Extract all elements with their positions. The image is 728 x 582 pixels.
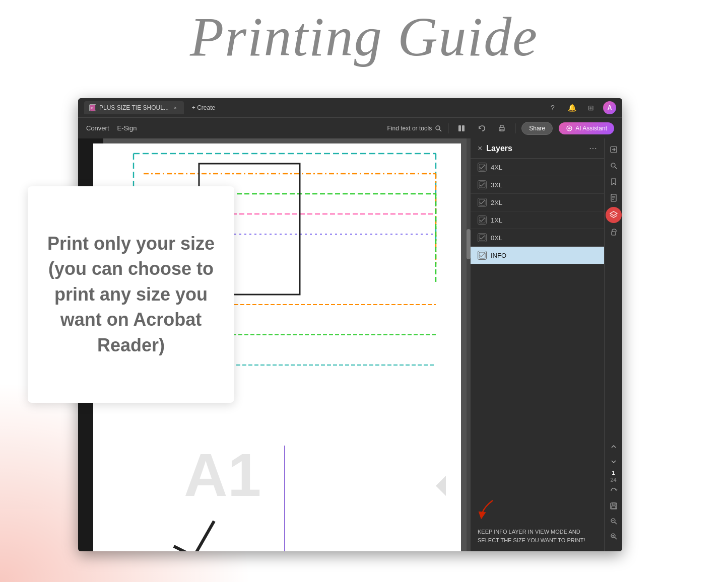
ai-assistant-button[interactable]: AI Assistant	[559, 122, 614, 134]
create-tab-button[interactable]: + Create	[188, 102, 219, 113]
layers-info-text: KEEP INFO LAYER IN VIEW MODE AND SELECT …	[471, 523, 604, 551]
lock-panel-icon[interactable]	[607, 225, 621, 239]
svg-line-32	[480, 185, 481, 186]
layer-item-1xl[interactable]: 1XL	[471, 211, 604, 229]
search-panel-icon[interactable]	[607, 159, 621, 173]
svg-marker-27	[436, 476, 446, 496]
layer-checkbox-info[interactable]	[478, 251, 487, 260]
toolbar-divider	[448, 123, 448, 133]
right-sidebar: 1 24	[604, 138, 622, 551]
layer-checkbox-0xl[interactable]	[478, 233, 487, 242]
pdf-tab-icon: P	[89, 104, 96, 111]
search-bar[interactable]: Find text or tools	[387, 125, 442, 132]
share-button[interactable]: Share	[521, 122, 553, 135]
layers-menu-button[interactable]: ⋯	[589, 143, 597, 153]
zoom-in-icon[interactable]	[607, 529, 621, 543]
layer-checkbox-1xl[interactable]	[478, 215, 487, 225]
bookmark-panel-icon[interactable]	[607, 175, 621, 189]
chevron-up-icon[interactable]	[607, 440, 621, 454]
total-pages: 24	[610, 477, 616, 483]
grid-icon[interactable]: ⊞	[584, 101, 598, 115]
toolbar-divider2	[515, 123, 515, 133]
svg-rect-8	[500, 129, 503, 131]
layers-close-button[interactable]: ×	[478, 144, 482, 153]
layer-label-2xl: 2XL	[491, 199, 597, 206]
convert-menu[interactable]: Convert	[86, 124, 109, 132]
layer-label-3xl: 3XL	[491, 181, 597, 189]
layer-label-4xl: 4XL	[491, 164, 597, 171]
refresh-icon[interactable]	[607, 484, 621, 498]
zoom-out-icon[interactable]	[607, 514, 621, 528]
layers-header: × Layers ⋯	[471, 138, 604, 159]
export-icon[interactable]	[607, 142, 621, 157]
layers-title: Layers	[486, 144, 589, 153]
tab-label: PLUS SIZE TIE SHOUL...	[99, 104, 169, 111]
esign-menu[interactable]: E-Sign	[117, 124, 137, 132]
title-bar: P PLUS SIZE TIE SHOUL... × + Create ? 🔔 …	[78, 98, 622, 117]
tab-active[interactable]: P PLUS SIZE TIE SHOUL... ×	[84, 101, 184, 114]
layers-list: 4XL 3XL 2XL	[471, 159, 604, 500]
layers-panel-icon[interactable]	[606, 207, 622, 223]
layer-checkbox-3xl[interactable]	[478, 180, 487, 189]
svg-point-49	[611, 163, 615, 167]
page-numbers: 1 24	[607, 440, 621, 547]
help-icon[interactable]: ?	[546, 101, 560, 115]
svg-line-64	[615, 537, 617, 539]
svg-line-61	[615, 522, 617, 524]
layer-item-0xl[interactable]: 0XL	[471, 229, 604, 247]
document-panel-icon[interactable]	[607, 191, 621, 205]
save-icon[interactable]	[607, 499, 621, 513]
right-area: × Layers ⋯ 4XL	[471, 138, 622, 551]
page-title: Printing Guide	[190, 5, 538, 69]
info-card: Print only your size (you can choose to …	[28, 186, 234, 403]
search-icon	[435, 125, 442, 132]
undo-icon[interactable]	[475, 121, 489, 135]
red-arrow-icon	[478, 495, 503, 521]
svg-line-30	[481, 165, 485, 169]
svg-line-24	[174, 546, 194, 551]
bell-icon[interactable]: 🔔	[565, 101, 579, 115]
svg-rect-56	[612, 232, 616, 235]
svg-text:P: P	[91, 107, 93, 110]
svg-line-38	[480, 220, 481, 222]
toolbar-right: Find text or tools Share AI Assistant	[387, 121, 614, 135]
svg-line-29	[480, 167, 481, 169]
svg-rect-4	[458, 125, 461, 131]
user-avatar[interactable]: A	[603, 101, 616, 114]
print-icon[interactable]	[495, 121, 509, 135]
svg-line-3	[439, 129, 441, 131]
svg-line-36	[481, 200, 485, 204]
layer-item-2xl[interactable]: 2XL	[471, 194, 604, 211]
layer-label-0xl: 0XL	[491, 234, 597, 242]
svg-line-35	[480, 202, 481, 204]
svg-line-42	[481, 236, 485, 239]
info-card-text: Print only your size (you can choose to …	[43, 231, 219, 358]
layer-checkbox-4xl[interactable]	[478, 163, 487, 172]
current-page: 1	[612, 470, 615, 476]
layer-label-info: INFO	[491, 252, 597, 259]
svg-line-50	[615, 167, 617, 169]
layer-item-4xl[interactable]: 4XL	[471, 159, 604, 176]
layer-item-info[interactable]: INFO	[471, 247, 604, 264]
layer-label-1xl: 1XL	[491, 216, 597, 224]
svg-rect-5	[462, 125, 465, 131]
svg-line-33	[481, 183, 485, 186]
svg-marker-55	[610, 211, 617, 215]
toolbar-nav: Convert E-Sign	[86, 124, 137, 132]
pdf-scrollbar-thumb[interactable]	[467, 229, 471, 259]
ai-icon	[566, 125, 573, 132]
arrow-container	[471, 500, 604, 523]
pdf-scrollbar[interactable]	[467, 138, 471, 551]
search-text: Find text or tools	[387, 125, 432, 132]
svg-line-41	[480, 238, 481, 239]
chevron-down-icon[interactable]	[607, 455, 621, 469]
svg-line-39	[481, 218, 485, 222]
svg-text:A1: A1	[184, 441, 261, 508]
toolbar: Convert E-Sign Find text or tools	[78, 117, 622, 138]
page-view-icon[interactable]	[454, 121, 469, 135]
svg-rect-7	[500, 125, 503, 127]
layer-checkbox-2xl[interactable]	[478, 198, 487, 207]
tab-close-button[interactable]: ×	[172, 104, 179, 111]
layer-item-3xl[interactable]: 3XL	[471, 176, 604, 194]
svg-line-45	[481, 253, 485, 257]
